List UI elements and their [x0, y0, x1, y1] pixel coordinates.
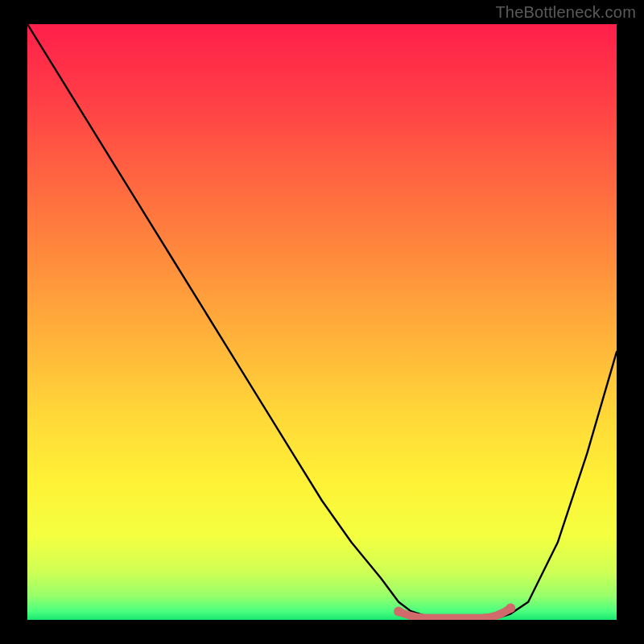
watermark-text: TheBottleneck.com: [495, 3, 636, 22]
gradient-background: [27, 24, 617, 620]
plot-area: [27, 24, 617, 620]
optimal-range-dot-right: [506, 604, 515, 613]
chart-svg: [27, 24, 617, 620]
optimal-range-dot-left: [394, 607, 403, 617]
chart-stage: TheBottleneck.com: [0, 0, 644, 644]
